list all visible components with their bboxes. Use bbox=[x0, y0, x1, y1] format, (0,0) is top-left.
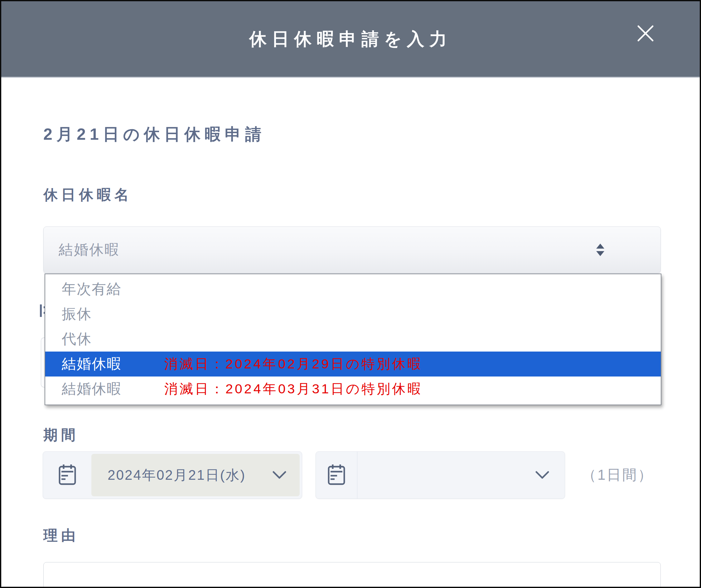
vacation-name-select[interactable]: 結婚休暇 bbox=[43, 226, 661, 273]
occluded-label-fragment bbox=[40, 305, 45, 317]
chevron-down-icon bbox=[535, 471, 549, 479]
duration-note: （1日間） bbox=[582, 465, 654, 485]
dropdown-option[interactable]: 年次有給 bbox=[45, 277, 661, 302]
calendar-icon bbox=[316, 452, 358, 499]
vacation-name-dropdown: 年次有給 振休 代休 結婚休暇 消滅日：2024年02月29日の特別休暇 結婚休… bbox=[45, 273, 661, 405]
dropdown-option[interactable]: 結婚休暇 消滅日：2024年03月31日の特別休暇 bbox=[45, 377, 661, 401]
dropdown-option[interactable]: 振休 bbox=[45, 302, 661, 327]
reason-textarea[interactable] bbox=[43, 562, 661, 588]
option-label: 振休 bbox=[62, 305, 92, 324]
calendar-icon bbox=[43, 452, 91, 499]
start-date-picker[interactable]: 2024年02月21日(水) bbox=[43, 451, 302, 499]
option-label: 結婚休暇 bbox=[62, 379, 122, 399]
dialog-title: 休日休暇申請を入力 bbox=[1, 27, 700, 51]
dialog-header: 休日休暇申請を入力 bbox=[1, 1, 700, 78]
vacation-name-selected-value: 結婚休暇 bbox=[59, 240, 596, 259]
end-date-picker[interactable] bbox=[315, 451, 565, 499]
page-title: 2月21日の休日休暇申請 bbox=[43, 124, 265, 145]
reason-label: 理由 bbox=[43, 526, 79, 545]
holiday-request-dialog: 休日休暇申請を入力 2月21日の休日休暇申請 休日休暇名 結婚休暇 年次有給 bbox=[0, 0, 701, 588]
vacation-name-label: 休日休暇名 bbox=[43, 185, 132, 205]
option-label: 結婚休暇 bbox=[62, 354, 122, 374]
option-expiry-note: 消滅日：2024年02月29日の特別休暇 bbox=[164, 355, 423, 373]
period-label: 期間 bbox=[43, 425, 79, 445]
close-icon bbox=[636, 24, 655, 44]
start-date-value-box: 2024年02月21日(水) bbox=[91, 454, 300, 496]
dropdown-option-selected[interactable]: 結婚休暇 消滅日：2024年02月29日の特別休暇 bbox=[45, 352, 661, 377]
option-label: 年次有給 bbox=[62, 279, 122, 299]
chevron-down-icon bbox=[272, 471, 286, 479]
start-date-value: 2024年02月21日(水) bbox=[107, 466, 272, 484]
select-spinner-icon bbox=[596, 244, 604, 256]
close-button[interactable] bbox=[632, 21, 659, 47]
end-date-value-box bbox=[358, 454, 562, 496]
option-expiry-note: 消滅日：2024年03月31日の特別休暇 bbox=[164, 380, 423, 398]
option-label: 代休 bbox=[62, 330, 92, 349]
dropdown-option[interactable]: 代休 bbox=[45, 327, 661, 352]
